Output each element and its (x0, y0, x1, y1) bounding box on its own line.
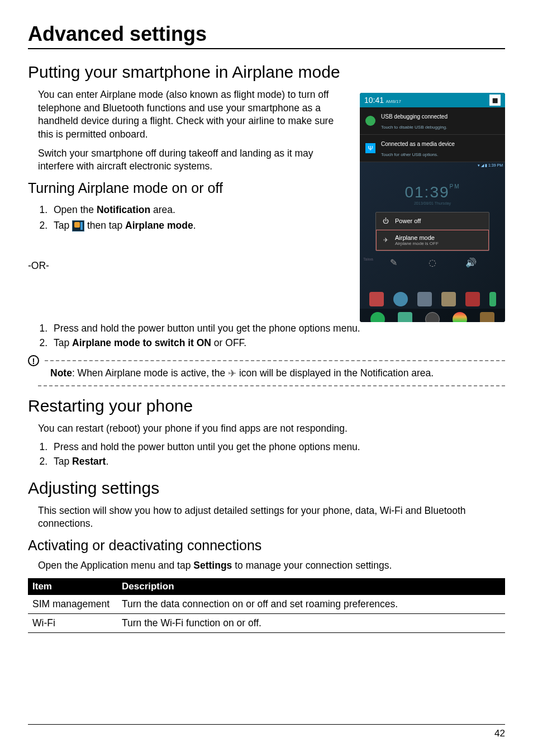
table-header-desc: Description (117, 578, 505, 595)
mini-statusbar: ▾ ◢ ▮ 1:39 PM (478, 163, 503, 168)
note-block: Note: When Airplane mode is active, the … (28, 355, 505, 386)
table-cell-desc: Turn the Wi-Fi function on or off. (117, 613, 505, 632)
popup-airplane-mode[interactable]: ✈ Airplane mode Airplane mode is OFF (376, 230, 489, 251)
dock-icon (417, 292, 432, 306)
chrome-icon (453, 312, 467, 322)
popup-label: Power off (395, 218, 421, 224)
restart-p1: You can restart (reboot) your phone if y… (38, 422, 505, 436)
popup-sub: Airplane mode is OFF (395, 241, 439, 246)
phone-dock (360, 290, 505, 322)
usb-icon: Ψ (365, 143, 375, 153)
dashed-line (38, 385, 505, 386)
vibrate-icon[interactable]: ◌ (426, 257, 439, 268)
airplane-step-2: Tap then tap Airplane mode. (50, 218, 349, 233)
page-number: 42 (494, 728, 505, 739)
home-date: 2013/08/01 Thursday (364, 201, 501, 205)
step-bold: Restart (72, 456, 106, 467)
page-footer: 42 (28, 724, 505, 739)
airplane-content-row: You can enter Airplane mode (also known … (28, 88, 505, 322)
airplane-p1: You can enter Airplane mode (also known … (38, 88, 349, 141)
airplane-p2: Switch your smartphone off during takeof… (38, 147, 349, 173)
bug-icon (365, 116, 375, 126)
airplane-step-1: Open the Notification area. (50, 202, 349, 218)
step-bold: Notification (97, 204, 150, 215)
restart-step-2: Tap Restart. (50, 455, 505, 469)
step-text: area. (150, 204, 175, 215)
connections-subtitle: Activating or deactivating connections (28, 537, 505, 554)
silent-icon[interactable]: ✎ (387, 257, 401, 268)
popup-power-off[interactable]: ⏻ Power off (376, 212, 489, 230)
restart-step-1: Press and hold the power button until yo… (50, 441, 505, 454)
dock-icon (369, 292, 384, 306)
table-cell-item: SIM management (28, 595, 117, 614)
camera-icon (480, 312, 494, 322)
step-text: then tap (84, 220, 125, 231)
section-airplane-title: Putting your smartphone in Airplane mode (28, 63, 505, 82)
note-body: icon will be displayed in the Notificati… (236, 367, 434, 379)
step-text: Tap (54, 220, 72, 231)
power-icon: ⏻ (382, 217, 389, 225)
dock-icon (441, 292, 456, 306)
phone-notif-media-device: Ψ Connected as a media device Touch for … (360, 135, 505, 162)
qr-icon: ▦ (489, 94, 501, 106)
messages-app-icon (398, 312, 412, 322)
adjust-p1: This section will show you how to adjust… (38, 504, 505, 531)
dashed-line (45, 360, 505, 361)
dock-arrow-icon (489, 292, 496, 306)
phone-statusbar: 10:41 AM8/17 ▦ (360, 93, 505, 107)
step-bold: Airplane mode (125, 220, 193, 231)
apps-grid-icon (72, 220, 84, 231)
note-body: : When Airplane mode is active, the (72, 367, 228, 379)
warning-icon (28, 355, 39, 366)
or-separator: -OR- (28, 260, 349, 272)
alt-step-2: Tap Airplane mode to switch it ON or OFF… (50, 337, 505, 350)
step-bold: Airplane mode to switch it ON (72, 337, 211, 348)
airplane-alt-steps: Press and hold the power button until yo… (50, 322, 505, 349)
step-text: Tap (54, 456, 72, 467)
popup-bottom-row: ✎ ◌ 🔊 (364, 254, 501, 270)
table-row: SIM management Turn the data connection … (28, 595, 505, 614)
notif-title: Connected as a media device (381, 141, 455, 147)
phone-screenshot: 10:41 AM8/17 ▦ USB debugging connected T… (360, 93, 505, 322)
table-cell-desc: Turn the data connection on or off and s… (117, 595, 505, 614)
notif-sub: Touch to disable USB debugging. (381, 125, 447, 130)
status-time: 10:41 AM8/17 (364, 96, 401, 105)
popup-label: Airplane mode (395, 234, 435, 241)
step-text: . (106, 456, 108, 467)
step-text: or OFF. (211, 337, 246, 348)
note-text: Note: When Airplane mode is active, the … (50, 367, 494, 381)
adjust-p2: Open the Application menu and tap Settin… (38, 559, 505, 573)
airplane-icon: ✈ (228, 367, 236, 380)
sound-icon[interactable]: 🔊 (464, 257, 478, 268)
phone-app-icon (370, 312, 385, 322)
section-restart-title: Restarting your phone (28, 396, 505, 415)
widget-label: Taiwa (363, 257, 373, 261)
apps-drawer-icon (425, 312, 440, 322)
p-bold: Settings (193, 560, 232, 571)
connections-table: Item Description SIM management Turn the… (28, 578, 505, 633)
table-cell-item: Wi-Fi (28, 613, 117, 632)
turning-airplane-title: Turning Airplane mode on or off (28, 180, 349, 196)
note-label: Note (50, 367, 72, 379)
section-adjust-title: Adjusting settings (28, 479, 505, 498)
notif-sub: Touch for other USB options. (381, 152, 438, 157)
title-underline (28, 48, 505, 49)
p-text: to manage your connection settings. (232, 560, 392, 571)
table-row: Wi-Fi Turn the Wi-Fi function on or off. (28, 613, 505, 632)
phone-home-screen: ▾ ◢ ▮ 1:39 PM 01:39PM 2013/08/01 Thursda… (360, 162, 505, 322)
notif-title: USB debugging connected (381, 114, 448, 120)
power-popup: ⏻ Power off ✈ Airplane mode Airplane mod… (375, 212, 489, 251)
alt-step-1: Press and hold the power button until yo… (50, 322, 505, 336)
p-text: Open the Application menu and tap (38, 560, 193, 571)
step-text: Tap (54, 337, 72, 348)
home-clock: 01:39PM (364, 183, 501, 201)
step-text: Open the (54, 204, 97, 215)
dock-icon (465, 292, 480, 306)
airplane-icon: ✈ (382, 237, 389, 244)
phone-notif-usb-debug: USB debugging connected Touch to disable… (360, 107, 505, 135)
restart-steps: Press and hold the power button until yo… (50, 441, 505, 468)
airplane-steps-list: Open the Notification area. Tap then tap… (50, 202, 349, 233)
step-text: . (193, 220, 196, 231)
dock-icon (393, 292, 408, 306)
page-title: Advanced settings (28, 22, 505, 46)
